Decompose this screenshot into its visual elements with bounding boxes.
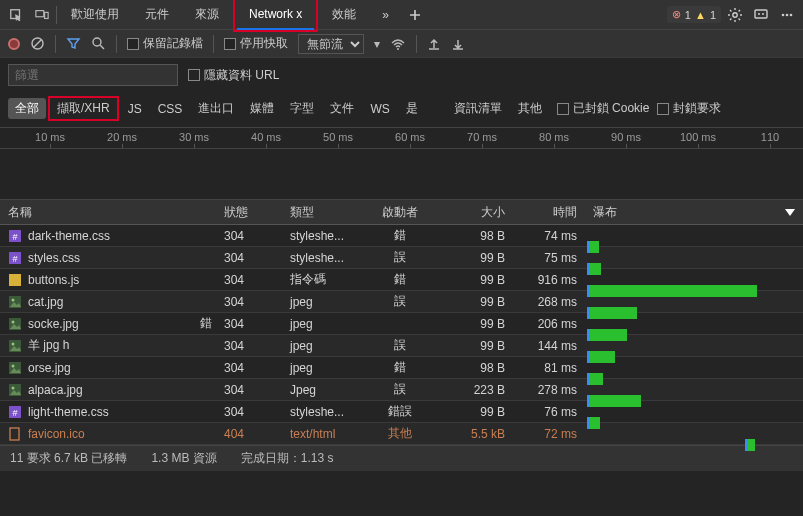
settings-icon[interactable]	[723, 3, 747, 27]
cell-type: 指令碼	[290, 271, 365, 288]
cell-time: 268 ms	[515, 295, 585, 309]
blocked-cookies-checkbox[interactable]: 已封鎖 Cookie	[557, 100, 650, 117]
svg-point-8	[786, 13, 789, 16]
table-row[interactable]: socke.jpg錯 304 jpeg 99 B 206 ms	[0, 313, 803, 335]
file-name: favicon.ico	[28, 427, 85, 441]
type-doc[interactable]: 文件	[323, 98, 361, 119]
ruler-tick: 60 ms	[395, 131, 425, 143]
hide-data-urls-checkbox[interactable]: 隱藏資料 URL	[188, 67, 279, 84]
cell-name: 羊 jpg h	[0, 337, 220, 354]
chevron-down-icon[interactable]: ▾	[374, 37, 380, 51]
table-row[interactable]: 羊 jpg h 304 jpeg 誤 99 B 144 ms	[0, 335, 803, 357]
cell-time: 72 ms	[515, 427, 585, 441]
tab-sources[interactable]: 來源	[183, 0, 231, 30]
table-row[interactable]: # light-theme.css 304 styleshe... 錯誤 99 …	[0, 401, 803, 423]
file-icon: #	[8, 229, 22, 243]
svg-point-29	[12, 386, 15, 389]
separator	[56, 6, 57, 24]
col-status[interactable]: 狀態	[220, 204, 290, 221]
network-toolbar: 保留記錄檔 停用快取 無節流 ▾	[0, 30, 803, 58]
cell-size: 98 B	[435, 361, 515, 375]
waterfall-bar	[587, 351, 615, 363]
file-name: alpaca.jpg	[28, 383, 83, 397]
type-font[interactable]: 字型	[283, 98, 321, 119]
wifi-icon[interactable]	[390, 37, 406, 51]
more-icon[interactable]	[775, 3, 799, 27]
search-icon[interactable]	[91, 36, 106, 51]
table-row[interactable]: favicon.ico 404 text/html 其他 5.5 kB 72 m…	[0, 423, 803, 445]
col-size[interactable]: 大小	[435, 204, 515, 221]
record-button[interactable]	[8, 38, 20, 50]
device-icon[interactable]	[30, 3, 54, 27]
table-row[interactable]: # styles.css 304 styleshe... 誤 99 B 75 m…	[0, 247, 803, 269]
cell-time: 206 ms	[515, 317, 585, 331]
blocked-reqs-checkbox[interactable]: 封鎖要求	[657, 100, 721, 117]
tab-overflow[interactable]: »	[370, 0, 401, 30]
type-all[interactable]: 全部	[8, 98, 46, 119]
tab-elements[interactable]: 元件	[133, 0, 181, 30]
preserve-log-checkbox[interactable]: 保留記錄檔	[127, 35, 203, 52]
waterfall-bar	[587, 285, 757, 297]
cell-name: alpaca.jpg	[0, 383, 220, 397]
type-fetch[interactable]: 擷取/XHR	[50, 98, 117, 119]
type-filter-row: 全部 擷取/XHR JS CSS 進出口 媒體 字型 文件 WS 是 資訊清單 …	[0, 92, 803, 127]
checkbox-box	[224, 38, 236, 50]
issues-badge[interactable]: ⊗ 1 ▲ 1	[667, 6, 721, 23]
cell-status: 304	[220, 383, 290, 397]
filter-icon[interactable]	[66, 36, 81, 51]
type-js[interactable]: JS	[121, 100, 149, 118]
file-icon	[8, 295, 22, 309]
ruler-tick: 40 ms	[251, 131, 281, 143]
tab-performance[interactable]: 效能	[320, 0, 368, 30]
download-icon[interactable]	[451, 37, 465, 51]
tab-network[interactable]: Network x	[237, 0, 314, 30]
cell-initiator: 錯	[365, 271, 435, 288]
cell-size: 99 B	[435, 251, 515, 265]
col-type[interactable]: 類型	[290, 204, 365, 221]
cell-type: styleshe...	[290, 229, 365, 243]
inspect-icon[interactable]	[4, 3, 28, 27]
type-manifest[interactable]: 資訊清單	[447, 98, 509, 119]
disable-cache-label: 停用快取	[240, 35, 288, 52]
throttle-select[interactable]: 無節流	[298, 34, 364, 54]
requests-table: 名稱 狀態 類型 啟動者 大小 時間 瀑布 # dark-theme.css 3…	[0, 199, 803, 445]
blocked-cookies-label: 已封鎖 Cookie	[573, 100, 650, 117]
cell-time: 81 ms	[515, 361, 585, 375]
type-css[interactable]: CSS	[151, 100, 190, 118]
add-tab-icon[interactable]	[403, 3, 427, 27]
disable-cache-checkbox[interactable]: 停用快取	[224, 35, 288, 52]
upload-icon[interactable]	[427, 37, 441, 51]
table-row[interactable]: buttons.js 304 指令碼 錯 99 B 916 ms	[0, 269, 803, 291]
table-row[interactable]: alpaca.jpg 304 Jpeg 誤 223 B 278 ms	[0, 379, 803, 401]
clear-icon[interactable]	[30, 36, 45, 51]
file-icon: #	[8, 405, 22, 419]
col-initiator[interactable]: 啟動者	[365, 204, 435, 221]
cell-type: jpeg	[290, 361, 365, 375]
type-media[interactable]: 媒體	[243, 98, 281, 119]
separator	[416, 35, 417, 53]
file-icon	[8, 339, 22, 353]
table-row[interactable]: orse.jpg 304 jpeg 錯 98 B 81 ms	[0, 357, 803, 379]
type-ws[interactable]: WS	[363, 100, 396, 118]
type-import[interactable]: 進出口	[191, 98, 241, 119]
feedback-icon[interactable]	[749, 3, 773, 27]
ruler-tick: 10 ms	[35, 131, 65, 143]
error-count-icon: ⊗	[672, 8, 681, 21]
svg-text:#: #	[12, 254, 17, 264]
col-time[interactable]: 時間	[515, 204, 585, 221]
svg-point-7	[782, 13, 785, 16]
table-row[interactable]: # dark-theme.css 304 styleshe... 錯 98 B …	[0, 225, 803, 247]
tab-welcome[interactable]: 歡迎使用	[59, 0, 131, 30]
type-other[interactable]: 其他	[511, 98, 549, 119]
footer-finish: 完成日期：1.13 s	[241, 450, 334, 467]
cell-time: 75 ms	[515, 251, 585, 265]
cell-size: 99 B	[435, 405, 515, 419]
type-is[interactable]: 是	[399, 98, 425, 119]
col-name[interactable]: 名稱	[0, 204, 220, 221]
checkbox-box	[657, 103, 669, 115]
col-waterfall[interactable]: 瀑布	[585, 204, 803, 221]
cell-status: 304	[220, 295, 290, 309]
cell-time: 74 ms	[515, 229, 585, 243]
filter-input[interactable]	[8, 64, 178, 86]
timeline-overview[interactable]	[0, 149, 803, 199]
